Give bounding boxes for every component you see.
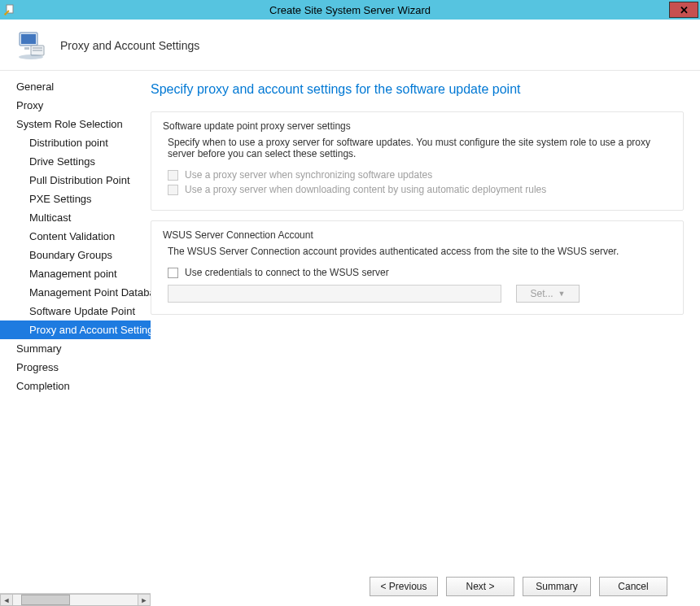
wsus-group-legend: WSUS Server Connection Account bbox=[163, 229, 672, 241]
proxy-group-legend: Software update point proxy server setti… bbox=[163, 120, 672, 132]
credentials-input bbox=[168, 285, 501, 303]
chevron-down-icon: ▼ bbox=[558, 290, 566, 298]
checkbox-icon bbox=[168, 268, 178, 278]
svg-rect-7 bbox=[24, 47, 29, 50]
nav-item-management-point-database[interactable]: Management Point Database bbox=[0, 283, 151, 302]
nav-item-management-point[interactable]: Management point bbox=[0, 264, 151, 283]
nav-item-proxy-and-account-settings[interactable]: Proxy and Account Settings bbox=[0, 320, 151, 339]
svg-rect-3 bbox=[21, 34, 36, 44]
proxy-sync-label: Use a proxy server when synchronizing so… bbox=[185, 169, 432, 181]
nav-item-pull-distribution-point[interactable]: Pull Distribution Point bbox=[0, 171, 151, 190]
page-title: Proxy and Account Settings bbox=[60, 39, 199, 52]
set-button-label: Set... bbox=[531, 288, 553, 299]
set-button: Set... ▼ bbox=[516, 285, 580, 303]
close-icon: ✕ bbox=[680, 4, 689, 16]
next-button[interactable]: Next > bbox=[446, 577, 514, 596]
nav-scrollbar[interactable]: ◄ ► bbox=[0, 593, 151, 606]
checkbox-icon bbox=[168, 170, 178, 181]
nav-item-software-update-point[interactable]: Software Update Point bbox=[0, 302, 151, 320]
proxy-sync-checkbox: Use a proxy server when synchronizing so… bbox=[168, 169, 672, 181]
proxy-settings-group: Software update point proxy server setti… bbox=[151, 111, 684, 211]
wizard-footer: < Previous Next > Summary Cancel bbox=[151, 567, 684, 606]
nav-item-general[interactable]: General bbox=[0, 77, 151, 96]
computer-icon bbox=[16, 29, 49, 62]
proxy-download-label: Use a proxy server when downloading cont… bbox=[185, 184, 546, 195]
scroll-thumb[interactable] bbox=[21, 595, 70, 605]
content-heading: Specify proxy and account settings for t… bbox=[151, 82, 684, 97]
nav-item-proxy[interactable]: Proxy bbox=[0, 96, 151, 115]
nav-item-drive-settings[interactable]: Drive Settings bbox=[0, 152, 151, 171]
wsus-group-desc: The WSUS Server Connection account provi… bbox=[168, 246, 672, 257]
use-credentials-label: Use credentials to connect to the WSUS s… bbox=[185, 267, 389, 278]
close-button[interactable]: ✕ bbox=[669, 2, 698, 18]
cancel-button[interactable]: Cancel bbox=[599, 577, 667, 596]
nav-item-completion[interactable]: Completion bbox=[0, 377, 151, 395]
credentials-row: Set... ▼ bbox=[168, 285, 672, 303]
svg-rect-6 bbox=[33, 50, 42, 51]
window-title: Create Site System Server Wizard bbox=[269, 4, 431, 16]
scroll-right-button[interactable]: ► bbox=[138, 594, 151, 606]
titlebar: Create Site System Server Wizard ✕ bbox=[0, 0, 700, 20]
nav-item-boundary-groups[interactable]: Boundary Groups bbox=[0, 246, 151, 264]
nav-item-summary[interactable]: Summary bbox=[0, 339, 151, 358]
use-credentials-checkbox[interactable]: Use credentials to connect to the WSUS s… bbox=[168, 267, 672, 278]
scroll-left-button[interactable]: ◄ bbox=[0, 594, 13, 606]
nav-items: GeneralProxySystem Role SelectionDistrib… bbox=[0, 71, 151, 593]
nav-item-progress[interactable]: Progress bbox=[0, 358, 151, 377]
wsus-account-group: WSUS Server Connection Account The WSUS … bbox=[151, 220, 684, 315]
nav-item-distribution-point[interactable]: Distribution point bbox=[0, 133, 151, 152]
proxy-download-checkbox: Use a proxy server when downloading cont… bbox=[168, 184, 672, 195]
wizard-header: Proxy and Account Settings bbox=[0, 20, 700, 71]
svg-rect-5 bbox=[33, 47, 42, 49]
nav-item-content-validation[interactable]: Content Validation bbox=[0, 227, 151, 246]
nav-item-pxe-settings[interactable]: PXE Settings bbox=[0, 190, 151, 208]
previous-button[interactable]: < Previous bbox=[370, 577, 438, 596]
nav-item-system-role-selection[interactable]: System Role Selection bbox=[0, 115, 151, 133]
nav-item-multicast[interactable]: Multicast bbox=[0, 208, 151, 227]
wizard-body: GeneralProxySystem Role SelectionDistrib… bbox=[0, 71, 700, 606]
summary-button[interactable]: Summary bbox=[523, 577, 591, 596]
svg-point-1 bbox=[4, 13, 6, 15]
svg-point-8 bbox=[19, 54, 43, 59]
scroll-track[interactable] bbox=[13, 594, 138, 606]
proxy-group-desc: Specify when to use a proxy server for s… bbox=[168, 137, 672, 159]
wizard-content: Specify proxy and account settings for t… bbox=[151, 71, 700, 606]
checkbox-icon bbox=[168, 185, 178, 195]
wizard-nav: GeneralProxySystem Role SelectionDistrib… bbox=[0, 71, 151, 606]
wizard-icon bbox=[0, 4, 20, 15]
